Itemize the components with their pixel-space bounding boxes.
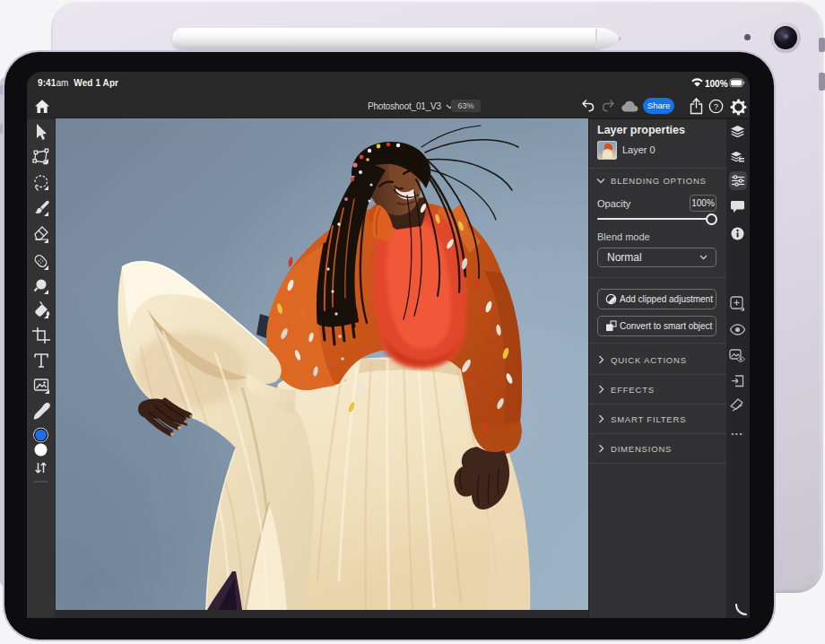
svg-text:100%: 100% [705,79,728,89]
svg-text:?: ? [714,101,718,111]
